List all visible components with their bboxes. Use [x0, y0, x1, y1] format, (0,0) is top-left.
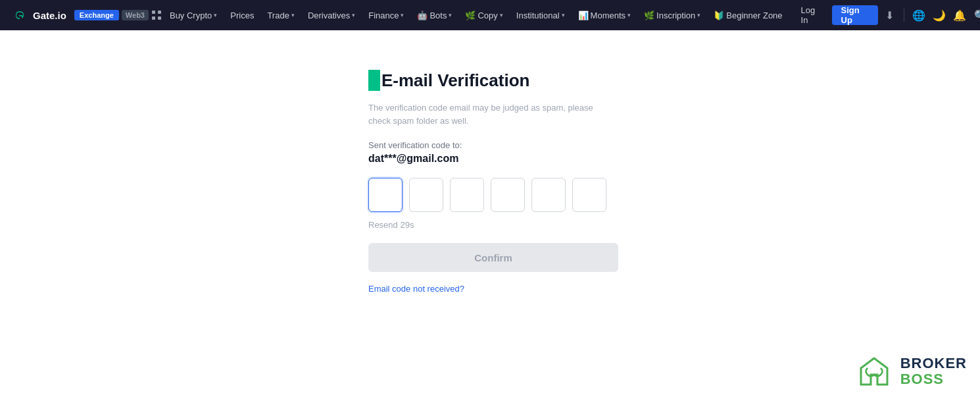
nav-prices[interactable]: Prices [225, 0, 259, 30]
sent-label: Sent verification code to: [368, 140, 618, 150]
svg-rect-3 [158, 11, 161, 14]
chevron-down-icon: ▾ [401, 12, 404, 18]
nav-derivatives-label: Derivatives [308, 11, 350, 20]
nav-right: Log In Sign Up ⬇ 🌐 🌙 🔔 🔍 [793, 5, 980, 26]
copy-icon: 🌿 [465, 11, 476, 20]
svg-rect-2 [152, 11, 155, 14]
nav-institutional-label: Institutional [516, 11, 560, 20]
notifications-icon[interactable]: 🔔 [951, 5, 969, 26]
chevron-down-icon: ▾ [291, 12, 295, 18]
resend-text: Resend 29s [368, 220, 618, 230]
code-input-2[interactable] [409, 178, 443, 212]
code-inputs [368, 178, 618, 212]
theme-icon[interactable]: 🌙 [930, 5, 948, 26]
globe-icon[interactable]: 🌐 [910, 5, 927, 26]
inscription-icon: 🌿 [644, 11, 654, 20]
web3-badge[interactable]: Web3 [122, 10, 149, 20]
chevron-down-icon: ▾ [500, 12, 503, 18]
main-content: E-mail Verification The verification cod… [0, 30, 980, 401]
nav-finance[interactable]: Finance ▾ [363, 0, 409, 30]
bots-icon: 🤖 [417, 11, 428, 20]
nav-beginner-zone-label: Beginner Zone [726, 11, 782, 20]
nav-trade[interactable]: Trade ▾ [262, 0, 299, 30]
broker-boss-icon [854, 355, 894, 388]
code-input-5[interactable] [531, 178, 566, 212]
nav-inscription-label: Inscription [656, 11, 695, 20]
nav-buy-crypto[interactable]: Buy Crypto ▾ [164, 0, 222, 30]
nav-divider [904, 9, 904, 22]
nav-bots[interactable]: 🤖 Bots ▾ [412, 0, 457, 30]
verification-box: E-mail Verification The verification cod… [368, 70, 618, 294]
nav-buy-crypto-label: Buy Crypto [170, 11, 212, 20]
gate-logo-icon [11, 6, 29, 24]
boss-label: BOSS [900, 371, 967, 387]
nav-inscription[interactable]: 🌿 Inscription ▾ [639, 0, 706, 30]
navbar: Gate.io Exchange Web3 Buy Crypto ▾ Price… [0, 0, 980, 30]
broker-label: BROKER [900, 356, 967, 371]
download-icon[interactable]: ⬇ [881, 5, 898, 26]
svg-rect-1 [19, 15, 22, 16]
nav-moments-label: Moments [591, 11, 625, 20]
chevron-down-icon: ▾ [562, 12, 565, 18]
logo[interactable]: Gate.io [11, 6, 66, 24]
email-code-not-received-link[interactable]: Email code not received? [368, 284, 464, 294]
svg-rect-5 [158, 16, 161, 20]
nav-copy[interactable]: 🌿 Copy ▾ [460, 0, 508, 30]
exchange-badge[interactable]: Exchange [74, 10, 119, 20]
nav-bots-label: Bots [429, 11, 447, 20]
nav-trade-label: Trade [267, 11, 289, 20]
nav-copy-label: Copy [478, 11, 497, 20]
chevron-down-icon: ▾ [697, 12, 700, 18]
nav-prices-label: Prices [230, 11, 254, 20]
broker-boss-text: BROKER BOSS [900, 356, 967, 387]
confirm-button[interactable]: Confirm [368, 243, 618, 272]
title-wrapper: E-mail Verification [368, 70, 618, 91]
svg-rect-4 [152, 16, 155, 20]
logo-text: Gate.io [33, 10, 66, 21]
beginner-zone-icon: 🔰 [714, 11, 724, 20]
login-button[interactable]: Log In [793, 5, 829, 25]
email-display: dat***@gmail.com [368, 153, 618, 165]
chevron-down-icon: ▾ [352, 12, 355, 18]
nav-finance-label: Finance [368, 11, 399, 20]
signup-button[interactable]: Sign Up [832, 5, 878, 25]
title-accent-bar [368, 70, 380, 91]
chevron-down-icon: ▾ [449, 12, 452, 18]
broker-boss-logo: BROKER BOSS [854, 355, 967, 388]
code-input-1[interactable] [368, 178, 403, 212]
grid-icon[interactable] [151, 6, 162, 24]
nav-derivatives[interactable]: Derivatives ▾ [303, 0, 360, 30]
chevron-down-icon: ▾ [214, 12, 217, 18]
nav-beginner-zone[interactable]: 🔰 Beginner Zone [708, 0, 787, 30]
code-input-6[interactable] [572, 178, 606, 212]
subtitle-text: The verification code email may be judge… [368, 101, 605, 127]
search-icon[interactable]: 🔍 [971, 5, 980, 26]
code-input-4[interactable] [491, 178, 525, 212]
nav-moments[interactable]: 📊 Moments ▾ [573, 0, 636, 30]
moments-icon: 📊 [578, 11, 589, 20]
nav-institutional[interactable]: Institutional ▾ [511, 0, 570, 30]
chevron-down-icon: ▾ [627, 12, 631, 18]
code-input-3[interactable] [450, 178, 484, 212]
page-title: E-mail Verification [381, 70, 529, 91]
